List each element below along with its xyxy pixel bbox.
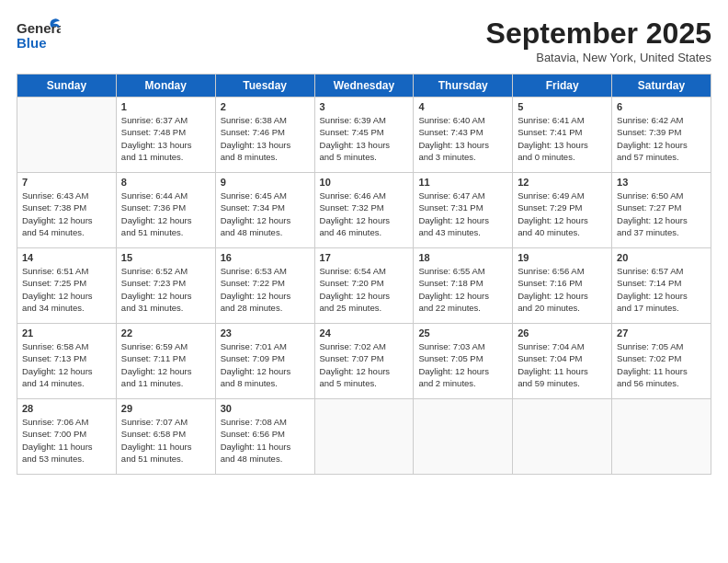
table-row: 7Sunrise: 6:43 AM Sunset: 7:38 PM Daylig… [17,173,117,248]
day-info: Sunrise: 7:04 AM Sunset: 7:04 PM Dayligh… [518,340,607,389]
table-row: 6Sunrise: 6:42 AM Sunset: 7:39 PM Daylig… [612,98,711,173]
table-row: 1Sunrise: 6:37 AM Sunset: 7:48 PM Daylig… [116,98,215,173]
calendar-week-row: 14Sunrise: 6:51 AM Sunset: 7:25 PM Dayli… [17,248,711,324]
page: General Blue September 2025 Batavia, New… [0,0,728,563]
location: Batavia, New York, United States [486,51,711,64]
day-info: Sunrise: 7:06 AM Sunset: 7:00 PM Dayligh… [22,416,111,465]
day-number: 25 [418,327,507,339]
col-tuesday: Tuesday [215,75,314,98]
table-row [612,399,711,475]
day-info: Sunrise: 6:51 AM Sunset: 7:25 PM Dayligh… [22,265,111,314]
month-title: September 2025 [486,17,711,51]
col-saturday: Saturday [612,75,711,98]
table-row: 13Sunrise: 6:50 AM Sunset: 7:27 PM Dayli… [612,173,711,248]
day-info: Sunrise: 6:42 AM Sunset: 7:39 PM Dayligh… [617,114,706,163]
table-row: 26Sunrise: 7:04 AM Sunset: 7:04 PM Dayli… [513,324,612,399]
table-row: 30Sunrise: 7:08 AM Sunset: 6:56 PM Dayli… [215,399,314,475]
table-row: 24Sunrise: 7:02 AM Sunset: 7:07 PM Dayli… [314,324,414,399]
day-info: Sunrise: 6:46 AM Sunset: 7:32 PM Dayligh… [320,190,409,238]
table-row: 11Sunrise: 6:47 AM Sunset: 7:31 PM Dayli… [414,173,513,248]
table-row: 22Sunrise: 6:59 AM Sunset: 7:11 PM Dayli… [116,324,215,399]
day-info: Sunrise: 6:59 AM Sunset: 7:11 PM Dayligh… [121,340,210,389]
table-row: 12Sunrise: 6:49 AM Sunset: 7:29 PM Dayli… [513,173,612,248]
table-row: 23Sunrise: 7:01 AM Sunset: 7:09 PM Dayli… [215,324,314,399]
day-number: 27 [617,327,706,339]
day-number: 1 [121,101,210,112]
day-info: Sunrise: 6:41 AM Sunset: 7:41 PM Dayligh… [518,114,607,163]
table-row: 21Sunrise: 6:58 AM Sunset: 7:13 PM Dayli… [17,324,117,399]
day-info: Sunrise: 6:47 AM Sunset: 7:31 PM Dayligh… [418,190,507,238]
table-row [513,399,612,475]
day-number: 9 [221,177,310,188]
day-info: Sunrise: 6:56 AM Sunset: 7:16 PM Dayligh… [518,265,607,314]
day-info: Sunrise: 7:05 AM Sunset: 7:02 PM Dayligh… [617,340,706,389]
day-info: Sunrise: 6:44 AM Sunset: 7:36 PM Dayligh… [121,190,210,238]
table-row: 9Sunrise: 6:45 AM Sunset: 7:34 PM Daylig… [215,173,314,248]
calendar-week-row: 28Sunrise: 7:06 AM Sunset: 7:00 PM Dayli… [17,399,711,475]
table-row: 17Sunrise: 6:54 AM Sunset: 7:20 PM Dayli… [314,248,414,324]
calendar-week-row: 1Sunrise: 6:37 AM Sunset: 7:48 PM Daylig… [17,98,711,173]
table-row: 14Sunrise: 6:51 AM Sunset: 7:25 PM Dayli… [17,248,117,324]
day-number: 14 [22,252,111,263]
day-number: 21 [22,327,111,339]
day-number: 18 [418,252,507,263]
table-row: 27Sunrise: 7:05 AM Sunset: 7:02 PM Dayli… [612,324,711,399]
table-row: 28Sunrise: 7:06 AM Sunset: 7:00 PM Dayli… [17,399,117,475]
day-info: Sunrise: 6:58 AM Sunset: 7:13 PM Dayligh… [22,340,111,389]
day-number: 5 [518,101,607,112]
title-area: September 2025 Batavia, New York, United… [486,17,711,64]
day-number: 16 [221,252,310,263]
table-row: 25Sunrise: 7:03 AM Sunset: 7:05 PM Dayli… [414,324,513,399]
day-info: Sunrise: 6:53 AM Sunset: 7:22 PM Dayligh… [221,265,310,314]
col-monday: Monday [116,75,215,98]
calendar-week-row: 7Sunrise: 6:43 AM Sunset: 7:38 PM Daylig… [17,173,711,248]
table-row: 29Sunrise: 7:07 AM Sunset: 6:58 PM Dayli… [116,399,215,475]
day-number: 6 [617,101,706,112]
day-info: Sunrise: 6:50 AM Sunset: 7:27 PM Dayligh… [617,190,706,238]
day-number: 13 [617,177,706,188]
day-number: 22 [121,327,210,339]
table-row: 10Sunrise: 6:46 AM Sunset: 7:32 PM Dayli… [314,173,414,248]
day-number: 19 [518,252,607,263]
day-info: Sunrise: 7:08 AM Sunset: 6:56 PM Dayligh… [221,416,310,465]
table-row: 2Sunrise: 6:38 AM Sunset: 7:46 PM Daylig… [215,98,314,173]
table-row: 19Sunrise: 6:56 AM Sunset: 7:16 PM Dayli… [513,248,612,324]
table-row: 18Sunrise: 6:55 AM Sunset: 7:18 PM Dayli… [414,248,513,324]
day-number: 26 [518,327,607,339]
col-sunday: Sunday [17,75,117,98]
table-row [314,399,414,475]
table-row: 20Sunrise: 6:57 AM Sunset: 7:14 PM Dayli… [612,248,711,324]
header: General Blue September 2025 Batavia, New… [17,17,711,64]
day-info: Sunrise: 6:54 AM Sunset: 7:20 PM Dayligh… [320,265,409,314]
col-friday: Friday [513,75,612,98]
logo-icon: General Blue [17,17,61,55]
table-row [414,399,513,475]
col-wednesday: Wednesday [314,75,414,98]
day-info: Sunrise: 6:38 AM Sunset: 7:46 PM Dayligh… [221,114,310,163]
table-row: 5Sunrise: 6:41 AM Sunset: 7:41 PM Daylig… [513,98,612,173]
day-info: Sunrise: 6:57 AM Sunset: 7:14 PM Dayligh… [617,265,706,314]
day-info: Sunrise: 6:52 AM Sunset: 7:23 PM Dayligh… [121,265,210,314]
table-row [17,98,117,173]
table-row: 15Sunrise: 6:52 AM Sunset: 7:23 PM Dayli… [116,248,215,324]
table-row: 3Sunrise: 6:39 AM Sunset: 7:45 PM Daylig… [314,98,414,173]
day-number: 17 [320,252,409,263]
day-info: Sunrise: 7:07 AM Sunset: 6:58 PM Dayligh… [121,416,210,465]
day-number: 11 [418,177,507,188]
day-info: Sunrise: 7:02 AM Sunset: 7:07 PM Dayligh… [320,340,409,389]
day-info: Sunrise: 7:03 AM Sunset: 7:05 PM Dayligh… [418,340,507,389]
day-info: Sunrise: 6:43 AM Sunset: 7:38 PM Dayligh… [22,190,111,238]
calendar-week-row: 21Sunrise: 6:58 AM Sunset: 7:13 PM Dayli… [17,324,711,399]
day-number: 3 [320,101,409,112]
day-number: 23 [221,327,310,339]
table-row: 16Sunrise: 6:53 AM Sunset: 7:22 PM Dayli… [215,248,314,324]
day-info: Sunrise: 6:39 AM Sunset: 7:45 PM Dayligh… [320,114,409,163]
day-number: 2 [221,101,310,112]
day-number: 4 [418,101,507,112]
day-number: 29 [121,403,210,414]
day-info: Sunrise: 6:37 AM Sunset: 7:48 PM Dayligh… [121,114,210,163]
day-number: 8 [121,177,210,188]
day-number: 24 [320,327,409,339]
day-number: 10 [320,177,409,188]
table-row: 8Sunrise: 6:44 AM Sunset: 7:36 PM Daylig… [116,173,215,248]
